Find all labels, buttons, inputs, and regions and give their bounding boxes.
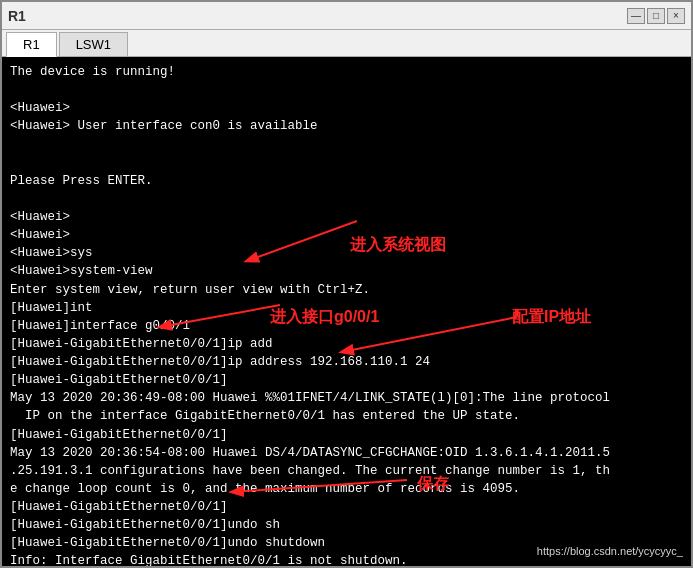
tab-lsw1[interactable]: LSW1 <box>59 32 128 56</box>
terminal-content: The device is running! <Huawei> <Huawei>… <box>10 63 683 566</box>
watermark: https://blog.csdn.net/ycycyyc_ <box>537 544 683 560</box>
title-bar: R1 — □ × <box>2 2 691 30</box>
tab-bar: R1 LSW1 <box>2 30 691 57</box>
main-window: R1 — □ × R1 LSW1 The device is running! … <box>0 0 693 568</box>
tab-r1[interactable]: R1 <box>6 32 57 57</box>
maximize-button[interactable]: □ <box>647 8 665 24</box>
window-controls: — □ × <box>627 8 685 24</box>
close-button[interactable]: × <box>667 8 685 24</box>
minimize-button[interactable]: — <box>627 8 645 24</box>
app-icon: R1 <box>8 8 26 24</box>
title-left: R1 <box>8 8 26 24</box>
terminal-window[interactable]: The device is running! <Huawei> <Huawei>… <box>2 57 691 566</box>
